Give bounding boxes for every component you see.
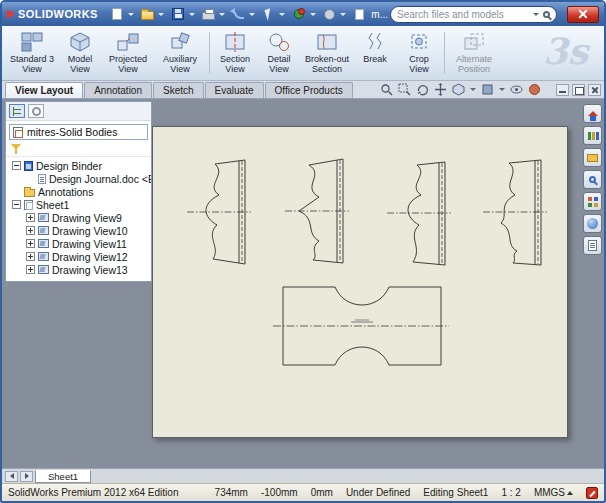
projected-view-button[interactable]: Projected View — [102, 28, 154, 78]
units-selector[interactable]: MMGS — [534, 487, 573, 498]
doc-minimize-icon[interactable] — [556, 84, 569, 96]
tree-item-sheet1[interactable]: Sheet1 — [6, 198, 151, 211]
file-explorer-tab[interactable] — [583, 148, 602, 167]
sheet-scale[interactable]: 1 : 2 — [501, 487, 520, 498]
select-dropdown-chevron-icon[interactable] — [279, 13, 285, 16]
graphics-area[interactable]: mitres-Solid Bodies Design Binder Design… — [2, 99, 604, 468]
edit-appearance-icon[interactable] — [528, 83, 541, 96]
expand-icon[interactable] — [26, 252, 35, 261]
auxiliary-view-button[interactable]: Auxiliary View — [154, 28, 206, 78]
crop-view-button[interactable]: Crop View — [397, 28, 441, 78]
print-dropdown-chevron-icon[interactable] — [219, 13, 225, 16]
broken-out-section-button[interactable]: Broken-out Section — [301, 28, 353, 78]
drawing-view-10[interactable] — [285, 159, 349, 263]
alternate-position-button[interactable]: Alternate Position — [448, 28, 500, 78]
display-style-icon[interactable] — [481, 83, 494, 96]
open-folder-icon — [141, 11, 154, 20]
break-button[interactable]: Break — [353, 28, 397, 78]
model-view-button[interactable]: Model View — [58, 28, 102, 78]
hide-show-items-icon[interactable] — [510, 83, 523, 96]
tree-item-drawing-view10[interactable]: Drawing View10 — [6, 224, 151, 237]
search-icon[interactable] — [543, 11, 550, 18]
tree-item-drawing-view13[interactable]: Drawing View13 — [6, 263, 151, 276]
drawing-view-13[interactable] — [273, 287, 449, 365]
tree-item-drawing-view12[interactable]: Drawing View12 — [6, 250, 151, 263]
detail-view-icon — [268, 31, 290, 53]
design-library-tab[interactable] — [583, 126, 602, 145]
print-icon — [202, 12, 215, 20]
tree-item-drawing-view11[interactable]: Drawing View11 — [6, 237, 151, 250]
new-dropdown-chevron-icon[interactable] — [128, 13, 134, 16]
undo-dropdown-chevron-icon[interactable] — [249, 13, 255, 16]
save-dropdown-chevron-icon[interactable] — [189, 13, 195, 16]
zoom-fit-icon[interactable] — [380, 83, 393, 96]
filter-funnel-icon[interactable] — [10, 144, 22, 154]
rotate-view-icon[interactable] — [416, 83, 429, 96]
select-button[interactable] — [261, 6, 276, 23]
feature-manager-tab[interactable] — [9, 104, 25, 118]
new-document-button[interactable] — [110, 6, 125, 23]
detail-view-button[interactable]: Detail View — [257, 28, 301, 78]
save-button[interactable] — [170, 6, 185, 23]
open-button[interactable] — [140, 6, 155, 23]
tab-annotation[interactable]: Annotation — [84, 82, 152, 98]
display-style-chevron-icon[interactable] — [499, 88, 505, 91]
doc-restore-icon[interactable] — [572, 84, 585, 96]
tree-root[interactable]: mitres-Solid Bodies — [9, 124, 148, 140]
solidworks-logo-icon — [7, 9, 15, 19]
sheet-scroll-right-icon[interactable] — [20, 471, 33, 482]
standard-3-view-button[interactable]: Standard 3 View — [6, 28, 58, 78]
pan-icon[interactable] — [434, 83, 447, 96]
rebuild-button[interactable] — [291, 6, 306, 23]
break-icon — [364, 31, 386, 53]
expand-icon[interactable] — [26, 213, 35, 222]
rebuild-dropdown-chevron-icon[interactable] — [310, 13, 316, 16]
open-dropdown-chevron-icon[interactable] — [158, 13, 164, 16]
doc-close-icon[interactable] — [588, 84, 601, 96]
view-orientation-icon[interactable] — [452, 83, 465, 96]
appearances-tab[interactable] — [583, 214, 602, 233]
sheet-tab-sheet1[interactable]: Sheet1 — [35, 470, 91, 483]
property-manager-tab[interactable] — [28, 104, 44, 118]
search-pane-tab[interactable] — [583, 170, 602, 189]
sheet-scroll-left-icon[interactable] — [5, 471, 18, 482]
crop-view-icon — [408, 31, 430, 53]
view-orientation-chevron-icon[interactable] — [470, 88, 476, 91]
drawing-sheet[interactable] — [152, 126, 568, 438]
section-view-icon — [224, 31, 246, 53]
undo-button[interactable] — [231, 6, 246, 23]
options-dropdown-chevron-icon[interactable] — [340, 13, 346, 16]
zoom-area-icon[interactable] — [398, 83, 411, 96]
tree-item-design-journal[interactable]: Design Journal.doc <En — [6, 172, 151, 185]
expand-icon[interactable] — [26, 239, 35, 248]
expand-icon[interactable] — [26, 265, 35, 274]
tab-view-layout[interactable]: View Layout — [5, 82, 83, 98]
options-button[interactable] — [322, 6, 337, 23]
custom-properties-tab[interactable] — [583, 236, 602, 255]
search-dropdown-chevron-icon[interactable] — [533, 13, 539, 16]
tab-sketch[interactable]: Sketch — [153, 82, 204, 98]
collapse-icon[interactable] — [12, 200, 21, 209]
collapse-icon[interactable] — [12, 161, 21, 170]
search-input[interactable] — [397, 9, 529, 20]
expand-icon[interactable] — [26, 226, 35, 235]
tab-evaluate[interactable]: Evaluate — [205, 82, 264, 98]
tree-item-annotations[interactable]: Annotations — [6, 185, 151, 198]
search-box[interactable] — [390, 6, 557, 23]
print-button[interactable] — [201, 6, 216, 23]
drawing-view-11[interactable] — [387, 162, 451, 265]
tab-office-products[interactable]: Office Products — [265, 82, 353, 98]
drawing-view-icon — [38, 239, 49, 248]
tree-item-drawing-view9[interactable]: Drawing View9 — [6, 211, 151, 224]
section-view-button[interactable]: Section View — [213, 28, 257, 78]
tree-item-design-binder[interactable]: Design Binder — [6, 159, 151, 172]
close-button[interactable] — [567, 6, 599, 23]
feature-tree: Design Binder Design Journal.doc <En Ann… — [6, 157, 151, 276]
status-alert-icon[interactable] — [586, 487, 598, 499]
view-palette-tab[interactable] — [583, 192, 602, 211]
drawing-view-9[interactable] — [187, 160, 251, 264]
ribbon-separator — [444, 32, 445, 74]
drawing-view-12[interactable] — [483, 160, 547, 265]
solidworks-resources-tab[interactable] — [583, 104, 602, 123]
standard-3-view-icon — [21, 31, 43, 53]
